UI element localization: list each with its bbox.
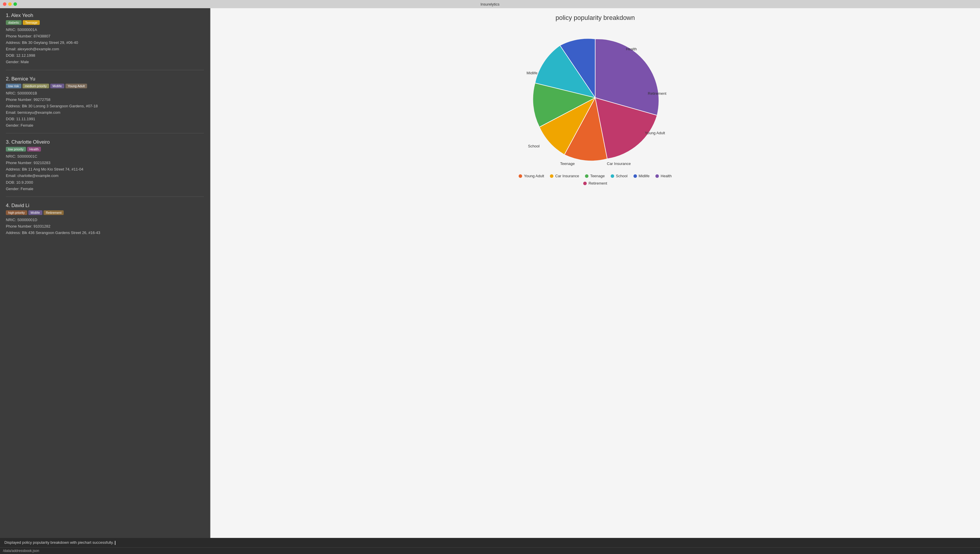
legend-dot [655,174,659,178]
badge-medium-priority: medium priority [22,84,49,88]
person-detail: Phone Number: 91031282 [6,223,204,230]
status-message: Displayed policy popularity breakdown wi… [5,540,114,544]
legend-item: Young Adult [519,174,544,178]
legend-label: Car Insurance [555,174,579,178]
legend-label: Young Adult [524,174,544,178]
legend-label: Retirement [589,181,607,185]
person-card[interactable]: 1. Alex YeohdiabeticTeenageNRIC: S000000… [6,13,204,70]
status-bar: Displayed policy popularity breakdown wi… [0,538,980,547]
badge-low-risk: low risk [6,84,21,88]
legend-item: Health [655,174,672,178]
label-car-insurance: Car Insurance [607,161,631,166]
chart-title: policy popularity breakdown [555,14,635,22]
legend-dot [585,174,589,178]
legend-dot [550,174,554,178]
filepath-bar: /data/addressbook.json [0,547,980,554]
person-detail: Address: Blk 30 Geylang Street 29, #06-4… [6,40,204,46]
person-name: 4. David Li [6,203,204,209]
person-info: NRIC: S0000001APhone Number: 87438807Add… [6,27,204,65]
legend-dot [519,174,522,178]
person-detail: Phone Number: 93210283 [6,160,204,166]
person-detail: Phone Number: 99272758 [6,97,204,103]
person-detail: DOB: 12.12.1998 [6,53,204,59]
badge-young-adult: Young Adult [65,84,87,88]
badge-teenage: Teenage [23,20,40,25]
pie-chart: Health Retirement Young Adult Car Insura… [522,27,668,168]
legend-dot [611,174,614,178]
persons-list: 1. Alex YeohdiabeticTeenageNRIC: S000000… [6,13,204,240]
badge-retirement: Retirement [43,210,64,215]
legend-label: Teenage [590,174,605,178]
maximize-button[interactable] [13,2,17,6]
person-detail: Address: Blk 11 Ang Mo Kio Street 74, #1… [6,166,204,172]
label-young-adult: Young Adult [645,131,665,135]
legend-item: Car Insurance [550,174,579,178]
person-detail: NRIC: S0000001A [6,27,204,33]
chart-area: Health Retirement Young Adult Car Insura… [522,27,668,168]
person-info: NRIC: S0000001DPhone Number: 91031282Add… [6,217,204,236]
person-card[interactable]: 4. David Lihigh priorityMidlifeRetiremen… [6,203,204,240]
badge-midlife: Midlife [50,84,64,88]
legend-label: School [616,174,628,178]
label-health: Health [626,47,637,51]
legend-label: Health [661,174,672,178]
legend-label: Midlife [639,174,650,178]
legend-item: School [611,174,628,178]
person-name: 2. Bernice Yu [6,76,204,82]
person-detail: Gender: Female [6,122,204,129]
badge-low-priority: low priority [6,147,26,152]
person-detail: NRIC: S0000001B [6,90,204,97]
right-panel: policy popularity breakdown [210,8,980,538]
person-name: 1. Alex Yeoh [6,13,204,18]
person-badges: low priorityHealth [6,147,204,152]
person-detail: Gender: Female [6,186,204,192]
person-card[interactable]: 2. Bernice Yulow riskmedium priorityMidl… [6,76,204,134]
person-badges: diabeticTeenage [6,20,204,25]
label-midlife: Midlife [527,71,538,75]
label-school: School [528,144,540,148]
badge-midlife: Midlife [28,210,42,215]
main-area: 1. Alex YeohdiabeticTeenageNRIC: S000000… [0,8,980,538]
legend-item: Midlife [633,174,650,178]
person-name: 3. Charlotte Oliveiro [6,139,204,145]
person-info: NRIC: S0000001BPhone Number: 99272758Add… [6,90,204,129]
person-card[interactable]: 3. Charlotte Oliveirolow priorityHealthN… [6,139,204,197]
person-badges: low riskmedium priorityMidlifeYoung Adul… [6,84,204,88]
chart-legend: Young AdultCar InsuranceTeenageSchoolMid… [513,174,677,185]
legend-dot [633,174,637,178]
badge-high-priority: high priority [6,210,27,215]
person-detail: NRIC: S0000001C [6,153,204,160]
label-teenage: Teenage [560,161,575,166]
person-detail: NRIC: S0000001D [6,217,204,223]
filepath: /data/addressbook.json [3,549,39,553]
person-detail: Email: berniceyu@example.com [6,109,204,116]
legend-dot [583,182,587,185]
badge-diabetic: diabetic [6,20,22,25]
person-detail: DOB: 11.11.1991 [6,116,204,122]
app-title: Insurelytics [480,2,500,6]
person-detail: Address: Blk 30 Lorong 3 Serangoon Garde… [6,103,204,109]
person-detail: Gender: Male [6,59,204,65]
left-panel[interactable]: 1. Alex YeohdiabeticTeenageNRIC: S000000… [0,8,210,538]
person-detail: Email: charlotte@example.com [6,172,204,179]
legend-item: Teenage [585,174,605,178]
person-badges: high priorityMidlifeRetirement [6,210,204,215]
titlebar: Insurelytics [0,0,980,8]
close-button[interactable] [3,2,6,6]
person-detail: Email: alexyeoh@example.com [6,46,204,53]
titlebar-buttons [3,2,17,6]
person-detail: Address: Blk 436 Serangoon Gardens Stree… [6,230,204,236]
person-detail: Phone Number: 87438807 [6,33,204,40]
person-detail: DOB: 10.9.2000 [6,179,204,186]
person-info: NRIC: S0000001CPhone Number: 93210283Add… [6,153,204,192]
minimize-button[interactable] [8,2,12,6]
legend-item: Retirement [583,181,607,185]
badge-health: Health [27,147,41,152]
cursor [115,541,115,545]
label-retirement: Retirement [648,91,667,96]
